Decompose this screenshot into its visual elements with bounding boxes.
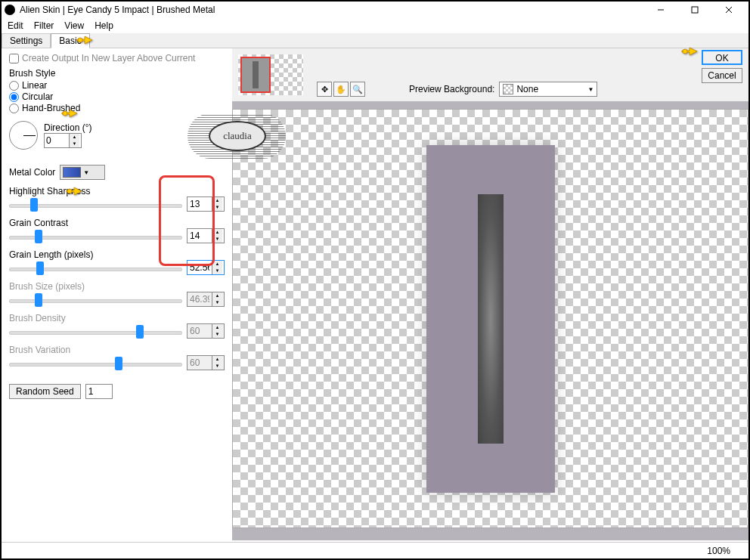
preview-bg-label: Preview Background: xyxy=(409,84,494,94)
preview-bg-value: None xyxy=(516,84,538,94)
highlight-input[interactable] xyxy=(188,197,212,211)
grain-contrast-input[interactable] xyxy=(188,229,212,243)
brush-variation-spinner: ▲▼ xyxy=(212,356,222,370)
maximize-button[interactable] xyxy=(677,2,711,18)
radio-circular[interactable] xyxy=(9,92,19,102)
tab-strip: Settings Basic xyxy=(2,33,748,48)
brush-density-label: Brush Density xyxy=(9,313,225,323)
brush-density-spinner: ▲▼ xyxy=(212,324,222,338)
brush-size-slider xyxy=(9,292,182,307)
preview-bg-combo[interactable]: None ▼ xyxy=(499,82,597,97)
direction-label: Direction (°) xyxy=(44,122,91,133)
create-output-label: Create Output In New Layer Above Current xyxy=(22,53,195,63)
right-toolbar: ✥ ✋ 🔍 Preview Background: None ▼ OK Canc… xyxy=(232,48,748,101)
divider-bar xyxy=(232,101,748,109)
preview-shape xyxy=(426,145,555,493)
status-bar: 100% xyxy=(2,542,748,558)
grain-length-spinner[interactable]: ▲▼ xyxy=(212,261,222,274)
grain-contrast-label: Grain Contrast xyxy=(9,218,225,228)
thumbnail-strip xyxy=(238,54,303,95)
brush-size-spinner: ▲▼ xyxy=(212,292,222,306)
svg-rect-1 xyxy=(692,7,698,13)
direction-input-wrap: ▲▼ xyxy=(44,133,82,148)
grain-length-slider[interactable] xyxy=(9,260,182,275)
dropdown-arrow-icon: ▼ xyxy=(83,169,89,176)
radio-circular-label: Circular xyxy=(22,91,53,102)
random-seed-button[interactable]: Random Seed xyxy=(9,384,81,399)
thumbnail[interactable] xyxy=(240,57,271,93)
brush-density-slider xyxy=(9,323,182,339)
pointer-tool-icon[interactable]: ✥ xyxy=(317,82,332,97)
brush-density-input xyxy=(188,324,212,338)
menu-edit[interactable]: Edit xyxy=(8,20,23,31)
menu-filter[interactable]: Filter xyxy=(34,20,54,31)
menu-bar: Edit Filter View Help xyxy=(2,18,748,33)
direction-input[interactable] xyxy=(45,134,69,147)
preview-area[interactable] xyxy=(232,109,748,528)
cancel-button[interactable]: Cancel xyxy=(702,68,742,83)
left-panel: Create Output In New Layer Above Current… xyxy=(2,48,232,540)
metal-color-button[interactable]: ▼ xyxy=(60,165,105,180)
zoom-level: 100% xyxy=(707,546,730,556)
direction-spinner[interactable]: ▲▼ xyxy=(69,134,79,147)
title-bar: Alien Skin | Eye Candy 5 Impact | Brushe… xyxy=(2,2,748,18)
close-button[interactable] xyxy=(711,2,745,18)
highlight-label: Highlight Sharpness xyxy=(9,186,225,196)
brush-size-input xyxy=(188,292,212,306)
direction-dial[interactable] xyxy=(9,121,38,150)
brush-size-label: Brush Size (pixels) xyxy=(9,281,225,292)
hand-tool-icon[interactable]: ✋ xyxy=(333,82,349,97)
right-panel: ✥ ✋ 🔍 Preview Background: None ▼ OK Canc… xyxy=(232,48,748,540)
divider-bar-bottom xyxy=(232,528,748,540)
zoom-tool-icon[interactable]: 🔍 xyxy=(350,82,365,97)
brush-variation-label: Brush Variation xyxy=(9,345,225,355)
radio-hand-label: Hand-Brushed xyxy=(22,103,80,113)
grain-length-input[interactable] xyxy=(188,261,212,274)
grain-length-label: Grain Length (pixels) xyxy=(9,249,225,260)
window-title: Alien Skin | Eye Candy 5 Impact | Brushe… xyxy=(20,5,643,15)
radio-hand-brushed[interactable] xyxy=(9,104,19,113)
random-seed-input[interactable] xyxy=(85,384,113,399)
menu-view[interactable]: View xyxy=(64,20,84,31)
metal-color-label: Metal Color xyxy=(9,167,55,178)
radio-linear[interactable] xyxy=(9,81,19,91)
color-swatch xyxy=(63,167,81,178)
ok-button[interactable]: OK xyxy=(702,50,742,65)
grain-contrast-spinner[interactable]: ▲▼ xyxy=(212,229,222,243)
minimize-button[interactable] xyxy=(643,2,677,18)
create-output-checkbox[interactable] xyxy=(9,54,19,63)
chevron-down-icon: ▼ xyxy=(587,86,593,93)
radio-linear-label: Linear xyxy=(22,80,47,91)
grain-contrast-slider[interactable] xyxy=(9,228,182,243)
menu-help[interactable]: Help xyxy=(95,20,113,31)
tab-settings[interactable]: Settings xyxy=(2,33,51,48)
brush-style-title: Brush Style xyxy=(9,68,225,79)
tab-basic[interactable]: Basic xyxy=(51,33,89,48)
transparency-swatch-icon xyxy=(503,84,513,94)
highlight-slider[interactable] xyxy=(9,196,182,212)
brush-variation-input xyxy=(188,356,212,370)
highlight-spinner[interactable]: ▲▼ xyxy=(212,197,222,211)
preview-inner xyxy=(478,194,504,444)
app-icon xyxy=(5,5,15,15)
brush-variation-slider xyxy=(9,355,182,370)
